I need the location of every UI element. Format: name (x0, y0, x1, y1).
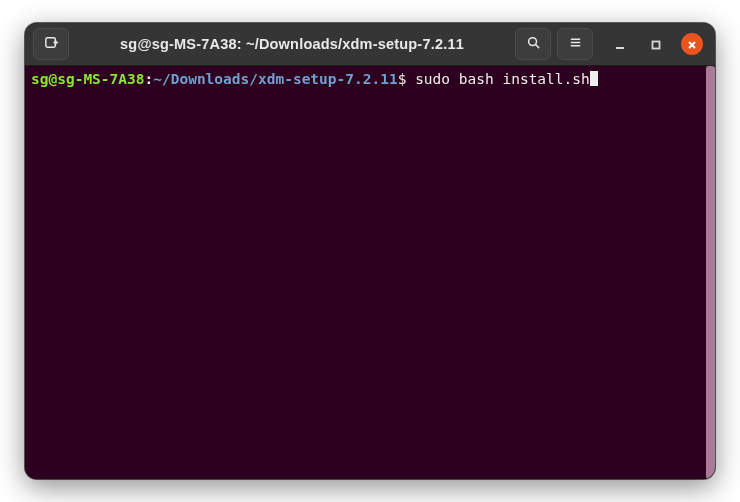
scrollbar-thumb[interactable] (706, 66, 715, 479)
window-title: sg@sg-MS-7A38: ~/Downloads/xdm-setup-7.2… (75, 36, 509, 52)
prompt-path: ~/Downloads/xdm-setup-7.2.11 (153, 71, 397, 87)
close-button[interactable] (681, 33, 703, 55)
hamburger-menu-icon (568, 35, 583, 54)
search-button[interactable] (515, 28, 551, 60)
scrollbar[interactable] (706, 66, 715, 479)
prompt-user: sg@sg-MS-7A38 (31, 71, 145, 87)
prompt-separator: : (145, 71, 154, 87)
command-text: sudo bash install.sh (406, 71, 589, 87)
svg-line-4 (535, 44, 539, 48)
terminal-line: sg@sg-MS-7A38:~/Downloads/xdm-setup-7.2.… (31, 70, 709, 88)
cursor (590, 71, 598, 86)
new-tab-icon (44, 35, 59, 54)
maximize-button[interactable] (645, 33, 667, 55)
terminal-window: sg@sg-MS-7A38: ~/Downloads/xdm-setup-7.2… (25, 23, 715, 479)
search-icon (526, 35, 541, 54)
terminal-body[interactable]: sg@sg-MS-7A38:~/Downloads/xdm-setup-7.2.… (25, 66, 715, 479)
svg-point-3 (528, 37, 536, 45)
new-tab-button[interactable] (33, 28, 69, 60)
svg-rect-9 (653, 41, 660, 48)
titlebar: sg@sg-MS-7A38: ~/Downloads/xdm-setup-7.2… (25, 23, 715, 66)
minimize-button[interactable] (609, 33, 631, 55)
close-icon (687, 35, 697, 54)
maximize-icon (651, 35, 661, 54)
window-controls (599, 33, 707, 55)
menu-button[interactable] (557, 28, 593, 60)
minimize-icon (615, 35, 625, 54)
